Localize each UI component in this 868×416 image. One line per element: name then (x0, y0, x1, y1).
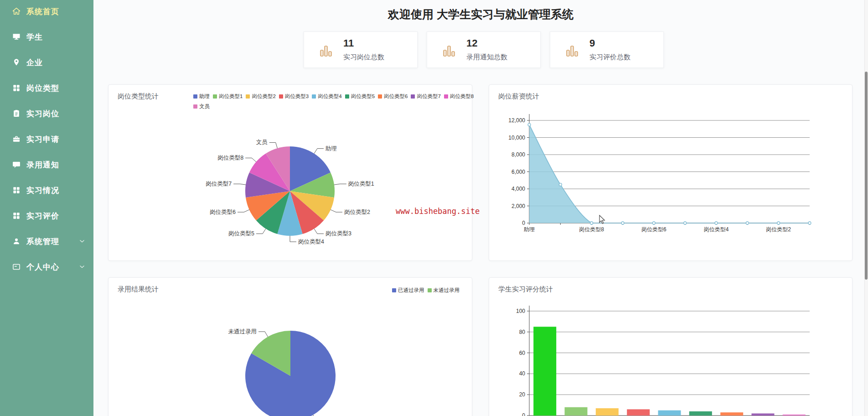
scrollbar-track[interactable] (864, 0, 868, 416)
sidebar-item-offer-notices[interactable]: 录用通知 (0, 153, 93, 176)
clipboard-icon (12, 109, 21, 118)
x-tick-label: 助理 (524, 226, 535, 233)
score-bar-7 (720, 412, 743, 416)
stat-card-label: 实习岗位总数 (343, 53, 384, 62)
score-bar-1 (533, 327, 556, 416)
pie-label: 岗位类型3 (326, 230, 351, 237)
x-tick-label: 岗位类型4 (704, 226, 729, 233)
stat-card-value: 9 (589, 37, 595, 49)
sidebar-item-label: 实习情况 (26, 185, 59, 196)
sidebar-item-job-types[interactable]: 岗位类型 (0, 77, 93, 99)
y-tick-label: 0 (522, 412, 525, 416)
sidebar-item-label: 岗位类型 (26, 83, 59, 94)
data-point-marker (652, 222, 655, 224)
sidebar-item-internship-status[interactable]: 实习情况 (0, 179, 93, 202)
location-icon (12, 58, 21, 67)
panel-hire-result-stats: 录用结果统计 已通过录用未通过录用 已通过录用未通过录用 (108, 277, 472, 416)
sidebar-item-label: 学生 (26, 32, 43, 42)
scrollbar-thumb[interactable] (865, 72, 868, 280)
sidebar-item-label: 实习评价 (26, 211, 59, 221)
pie-label: 岗位类型1 (348, 181, 374, 187)
sidebar-item-label: 系统首页 (26, 6, 59, 17)
x-tick-label: 岗位类型8 (579, 226, 604, 233)
chevron-down-icon (79, 263, 85, 270)
y-tick-label: 12,000 (508, 117, 525, 124)
pie-slice-已通过录用 (245, 331, 336, 416)
pie-label: 岗位类型8 (217, 155, 243, 161)
monitor-icon (12, 32, 21, 42)
data-point-marker (528, 123, 531, 126)
stat-card-value: 12 (466, 37, 477, 49)
x-tick-label: 岗位类型6 (641, 226, 666, 233)
sidebar-item-students[interactable]: 学生 (0, 26, 93, 48)
data-point-marker (715, 222, 718, 224)
sidebar-item-label: 录用通知 (26, 160, 59, 170)
panel-salary-stats: 岗位薪资统计 02,0004,0006,0008,00010,00012,000… (489, 84, 852, 261)
y-tick-label: 2,000 (512, 203, 525, 209)
pie-label: 岗位类型2 (344, 209, 370, 215)
score-bar-chart: 020406080100 (489, 278, 853, 416)
sidebar-item-label: 企业 (26, 57, 43, 68)
y-tick-label: 4,000 (512, 186, 525, 192)
sidebar: 系统首页学生企业岗位类型实习岗位实习申请录用通知实习情况实习评价系统管理个人中心 (0, 0, 93, 416)
pie-label-line (269, 143, 278, 149)
grid-icon (12, 211, 21, 220)
chevron-down-icon (79, 238, 85, 244)
y-tick-label: 60 (519, 350, 526, 356)
stat-card-label: 录用通知总数 (466, 53, 507, 62)
grid-icon (12, 186, 21, 195)
score-bar-5 (658, 411, 681, 416)
pie-label-line (258, 332, 268, 337)
pie-label: 岗位类型4 (298, 239, 324, 245)
sidebar-item-internship-reviews[interactable]: 实习评价 (0, 204, 93, 227)
stat-card-review-total: 9实习评价总数 (550, 31, 664, 68)
sidebar-item-companies[interactable]: 企业 (0, 51, 93, 74)
y-tick-label: 6,000 (512, 169, 525, 175)
bar-chart-icon (565, 44, 579, 58)
score-bar-8 (752, 413, 775, 416)
x-tick-label: 岗位类型2 (766, 226, 791, 233)
sidebar-item-system-admin[interactable]: 系统管理 (0, 230, 93, 253)
stat-card-offer-notice-total: 12录用通知总数 (427, 31, 541, 68)
sidebar-item-label: 个人中心 (26, 262, 59, 272)
salary-area-fill (529, 125, 810, 223)
y-tick-label: 20 (519, 391, 526, 398)
pie-label: 岗位类型5 (228, 230, 254, 237)
sidebar-item-label: 实习岗位 (26, 109, 59, 119)
watermark: www.bishebang.site (396, 207, 480, 216)
pie-label-line (245, 158, 256, 162)
stat-card-internship-post-total: 11实习岗位总数 (304, 31, 418, 68)
grid-icon (12, 83, 21, 93)
data-point-marker (590, 222, 593, 224)
pie-label-line (314, 229, 324, 234)
pie-label-line (290, 236, 296, 242)
sidebar-item-applications[interactable]: 实习申请 (0, 128, 93, 151)
score-bar-3 (596, 408, 619, 416)
sidebar-item-label: 系统管理 (26, 236, 59, 247)
pie-label: 文员 (256, 139, 268, 146)
sidebar-item-label: 实习申请 (26, 134, 59, 145)
message-icon (12, 160, 21, 169)
score-bar-4 (627, 409, 650, 416)
data-point-marker (777, 222, 780, 224)
panel-job-type-stats: 岗位类型统计 助理岗位类型1岗位类型2岗位类型3岗位类型4岗位类型5岗位类型6岗… (108, 84, 472, 261)
pie-label-line (314, 149, 324, 154)
score-bar-9 (783, 415, 806, 416)
sidebar-item-internship-posts[interactable]: 实习岗位 (0, 102, 93, 125)
sidebar-item-personal-center[interactable]: 个人中心 (0, 255, 93, 278)
y-tick-label: 0 (522, 220, 525, 226)
pie-label-line (238, 210, 249, 212)
hire-result-pie-chart: 已通过录用未通过录用 (108, 278, 473, 416)
pie-label: 岗位类型7 (206, 181, 232, 187)
mouse-cursor (599, 215, 606, 224)
job-type-pie-chart: 助理岗位类型1岗位类型2岗位类型3岗位类型4岗位类型5岗位类型6岗位类型7岗位类… (108, 85, 473, 261)
pie-label-line (334, 184, 346, 185)
data-point-marker (559, 183, 562, 186)
stat-card-value: 11 (343, 37, 354, 49)
panel-score-stats: 学生实习评分统计 020406080100 (489, 277, 852, 416)
sidebar-item-home[interactable]: 系统首页 (0, 0, 93, 23)
pie-label-line (256, 229, 266, 234)
pie-label: 助理 (325, 146, 337, 152)
pie-label: 岗位类型6 (210, 209, 236, 215)
data-point-marker (684, 222, 687, 224)
